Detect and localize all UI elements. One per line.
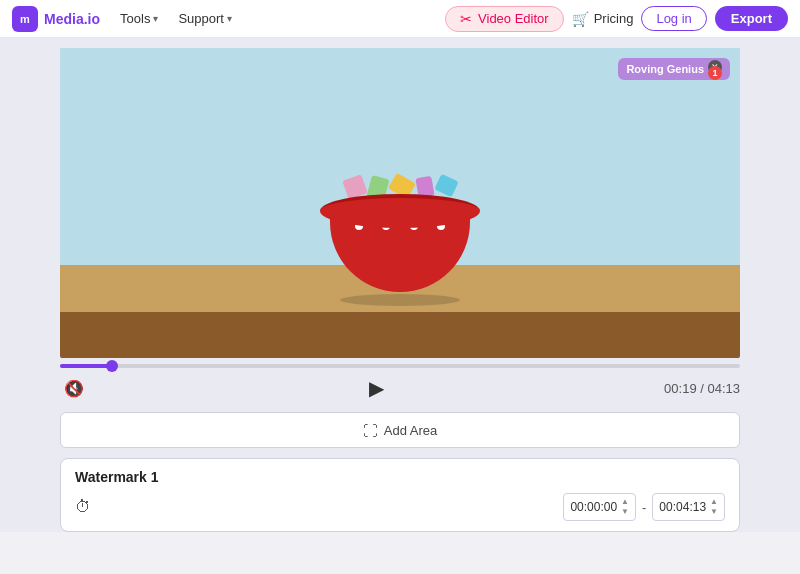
support-label: Support [178, 11, 224, 26]
start-time-spinners: ▲ ▼ [621, 497, 629, 517]
mute-button[interactable]: 🔇 [60, 379, 88, 398]
progress-bar-bg[interactable] [60, 364, 740, 368]
add-area-section: ⛶ Add Area [60, 412, 740, 448]
main-area: 1 Roving Genius ✕ 🔇 ▶ 00:19 / 04:13 ⛶ Ad… [0, 38, 800, 532]
tools-menu[interactable]: Tools ▾ [114, 11, 164, 26]
play-button[interactable]: ▶ [369, 376, 384, 400]
progress-bar-fill [60, 364, 112, 368]
time-fields: 00:00:00 ▲ ▼ - 00:04:13 ▲ ▼ [563, 493, 725, 521]
progress-thumb[interactable] [106, 360, 118, 372]
scissor-icon: ✂ [460, 11, 472, 27]
dot [437, 222, 445, 230]
dot [410, 222, 418, 230]
add-area-button[interactable]: ⛶ Add Area [60, 412, 740, 448]
logo-text: Media.io [44, 11, 100, 27]
video-scene: 1 Roving Genius ✕ [60, 48, 740, 358]
add-area-label: Add Area [384, 423, 438, 438]
video-player: 1 Roving Genius ✕ [60, 48, 740, 358]
bowl-dots [330, 222, 470, 230]
bowl-illustration [330, 212, 470, 306]
end-time-spinners: ▲ ▼ [710, 497, 718, 517]
bowl-shadow [340, 294, 460, 306]
start-time-down[interactable]: ▼ [621, 507, 629, 517]
play-icon: ▶ [369, 376, 384, 400]
end-time-up[interactable]: ▲ [710, 497, 718, 507]
login-button[interactable]: Log in [641, 6, 706, 31]
cart-icon: 🛒 [572, 11, 589, 27]
end-time-down[interactable]: ▼ [710, 507, 718, 517]
pricing-label: Pricing [594, 11, 634, 26]
pricing-button[interactable]: 🛒 Pricing [572, 11, 634, 27]
video-editor-button[interactable]: ✂ Video Editor [445, 6, 564, 32]
end-time-value: 00:04:13 [659, 500, 706, 514]
start-time-up[interactable]: ▲ [621, 497, 629, 507]
dot [382, 222, 390, 230]
logo: m Media.io [12, 6, 100, 32]
support-menu[interactable]: Support ▾ [172, 11, 238, 26]
start-time-field[interactable]: 00:00:00 ▲ ▼ [563, 493, 636, 521]
header: m Media.io Tools ▾ Support ▾ ✂ Video Edi… [0, 0, 800, 38]
support-chevron-icon: ▾ [227, 13, 232, 24]
watermark-card: Watermark 1 ⏱ 00:00:00 ▲ ▼ - 00:04:13 ▲ … [60, 458, 740, 532]
time-display: 00:19 / 04:13 [664, 381, 740, 396]
time-dash: - [642, 500, 646, 515]
watermark-overlay: 1 Roving Genius ✕ [618, 58, 730, 80]
export-button[interactable]: Export [715, 6, 788, 31]
target-icon: ⛶ [363, 422, 378, 439]
watermark-title: Watermark 1 [75, 469, 725, 485]
start-time-value: 00:00:00 [570, 500, 617, 514]
tools-chevron-icon: ▾ [153, 13, 158, 24]
end-time-field[interactable]: 00:04:13 ▲ ▼ [652, 493, 725, 521]
clock-icon: ⏱ [75, 498, 91, 516]
watermark-timing-row: ⏱ 00:00:00 ▲ ▼ - 00:04:13 ▲ ▼ [75, 493, 725, 521]
bowl-body [330, 212, 470, 292]
watermark-name: Roving Genius [626, 62, 704, 76]
tools-label: Tools [120, 11, 150, 26]
logo-icon: m [12, 6, 38, 32]
mute-icon: 🔇 [64, 380, 84, 397]
wm-badge: 1 [708, 66, 722, 80]
progress-bar-container [60, 364, 740, 368]
video-editor-label: Video Editor [478, 11, 549, 26]
player-controls: 🔇 ▶ 00:19 / 04:13 [60, 376, 740, 400]
dot [355, 222, 363, 230]
